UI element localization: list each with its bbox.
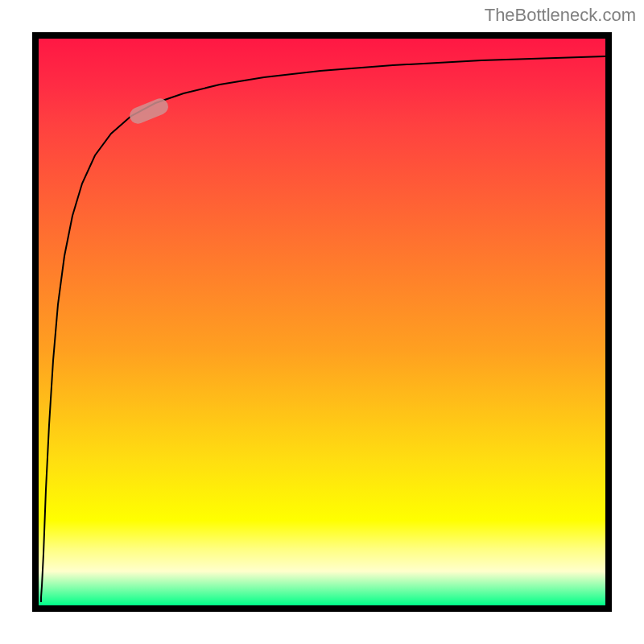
bottleneck-curve [41,56,605,602]
plot-area [39,39,605,605]
curve-svg [39,39,605,605]
chart-frame [32,32,612,612]
watermark-text: TheBottleneck.com [485,5,636,26]
curve-marker [127,96,171,126]
